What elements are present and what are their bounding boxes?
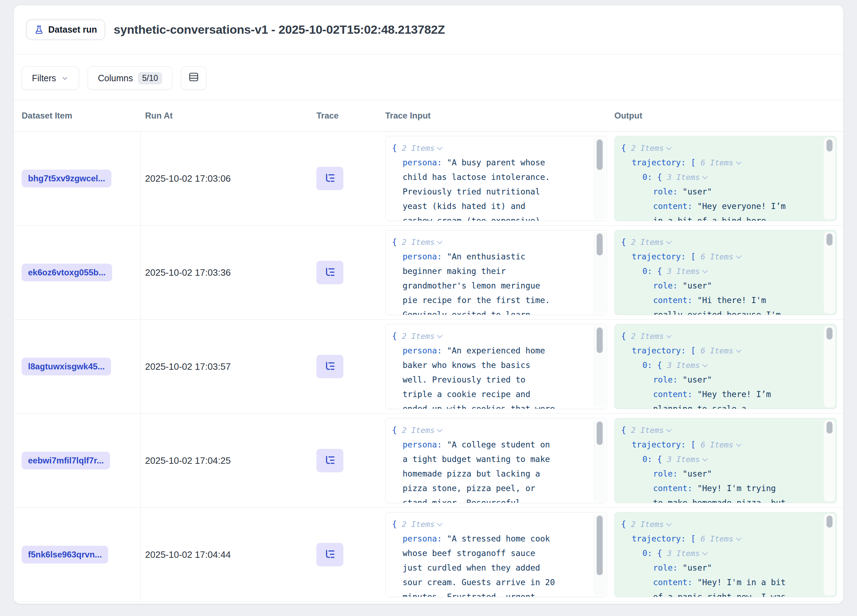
json-value: stand mixer. Resourceful [402,498,520,503]
trace-input-json-viewer[interactable]: { 2 Itemspersona: "A stressed home cookw… [385,512,607,597]
json-punctuation: { [392,426,402,435]
scrollbar-thumb[interactable] [826,515,832,528]
scrollbar-thumb[interactable] [597,421,603,445]
dataset-item-badge[interactable]: eebwi7mfil7lqlf7r... [22,452,110,469]
columns-button[interactable]: Columns 5/10 [88,67,172,90]
dataset-item-badge[interactable]: f5nk6lse963qrvn... [22,546,108,563]
json-collapse-chevron-icon[interactable] [736,536,741,541]
trace-input-json-viewer[interactable]: { 2 Itemspersona: "A busy parent whosech… [385,136,607,221]
json-items-toggle[interactable]: 3 Items [667,361,700,370]
json-collapse-chevron-icon[interactable] [702,550,708,556]
trace-input-json-viewer[interactable]: { 2 Itemspersona: "An enthusiasticbeginn… [385,230,607,315]
json-collapse-chevron-icon[interactable] [666,521,672,526]
json-items-toggle[interactable]: 6 Items [701,252,733,261]
json-punctuation: [ [691,158,701,167]
output-json-viewer[interactable]: { 2 Itemstrajectory: [ 6 Items0: { 3 Ite… [614,512,837,597]
output-json-viewer[interactable]: { 2 Itemstrajectory: [ 6 Items0: { 3 Ite… [614,418,837,503]
dataset-item-badge[interactable]: bhg7t5xv9zgwcel... [22,170,111,187]
rows-icon [188,71,200,85]
json-items-toggle[interactable]: 2 Items [402,332,435,341]
json-items-toggle[interactable]: 6 Items [701,534,733,543]
json-items-toggle[interactable]: 6 Items [701,158,733,167]
json-punctuation: { [621,520,631,529]
dataset-item-badge[interactable]: l8agtuwxisgwk45... [22,358,111,375]
json-items-toggle[interactable]: 2 Items [402,144,435,153]
json-collapse-chevron-icon[interactable] [437,145,443,150]
filters-button[interactable]: Filters [22,67,79,90]
json-value: "Hi there! I'm [698,296,766,305]
json-collapse-chevron-icon[interactable] [702,362,708,368]
json-key: trajectory [632,346,681,355]
scrollbar-thumb[interactable] [826,139,832,152]
json-items-toggle[interactable]: 3 Items [667,267,700,276]
json-items-toggle[interactable]: 3 Items [667,549,700,558]
json-items-toggle[interactable]: 6 Items [701,440,733,449]
json-value: beginner making their [402,266,506,276]
json-collapse-chevron-icon[interactable] [437,239,443,245]
json-items-toggle[interactable]: 2 Items [631,520,664,529]
row-height-button[interactable] [181,67,206,90]
json-collapse-chevron-icon[interactable] [702,456,708,462]
json-collapse-chevron-icon[interactable] [437,521,443,526]
json-key: persona [402,158,437,167]
scrollbar-thumb[interactable] [597,139,603,170]
json-punctuation: : [437,346,447,355]
json-items-toggle[interactable]: 2 Items [631,144,664,153]
list-tree-icon [324,361,336,373]
trace-input-json-viewer[interactable]: { 2 Itemspersona: "A college student ona… [385,418,607,503]
trace-button[interactable] [316,167,343,190]
columns-button-label: Columns [98,73,133,84]
output-json-viewer[interactable]: { 2 Itemstrajectory: [ 6 Items0: { 3 Ite… [614,230,837,315]
json-lines: { 2 Itemstrajectory: [ 6 Items0: { 3 Ite… [615,418,837,503]
json-items-toggle[interactable]: 6 Items [701,346,733,355]
json-value: "user" [682,563,712,573]
json-items-toggle[interactable]: 2 Items [402,426,435,435]
table-row: bhg7t5xv9zgwcel...2025-10-02 17:03:06{ 2… [14,132,843,226]
json-collapse-chevron-icon[interactable] [736,159,741,165]
json-collapse-chevron-icon[interactable] [736,441,741,447]
json-items-toggle[interactable]: 2 Items [402,520,435,529]
json-value: a tight budget wanting to make [402,455,550,464]
trace-button[interactable] [316,261,343,284]
scrollbar-thumb[interactable] [826,421,832,433]
json-punctuation: : [437,440,447,449]
json-collapse-chevron-icon[interactable] [437,333,443,339]
json-value: "user" [682,281,712,290]
json-items-toggle[interactable]: 3 Items [667,173,700,182]
dataset-item-badge[interactable]: ek6oz6vtoxg055b... [22,264,112,282]
json-collapse-chevron-icon[interactable] [736,347,741,353]
json-punctuation: : [673,375,682,384]
json-items-toggle[interactable]: 2 Items [631,426,664,435]
scrollbar-thumb[interactable] [597,328,603,353]
output-json-viewer[interactable]: { 2 Itemstrajectory: [ 6 Items0: { 3 Ite… [614,324,837,409]
trace-button[interactable] [316,543,343,566]
dataset-run-badge: Dataset run [26,20,105,39]
table-row: f5nk6lse963qrvn...2025-10-02 17:04:44{ 2… [14,508,843,602]
json-value: sour cream. Guests arrive in 20 [402,578,555,587]
json-collapse-chevron-icon[interactable] [666,333,672,339]
json-collapse-chevron-icon[interactable] [702,174,708,180]
trace-input-json-viewer[interactable]: { 2 Itemspersona: "An experienced homeba… [385,324,607,409]
json-items-toggle[interactable]: 2 Items [402,238,435,247]
json-items-toggle[interactable]: 2 Items [631,238,664,247]
flask-icon [34,25,44,35]
trace-button[interactable] [316,355,343,378]
run-at-timestamp: 2025-10-02 17:04:44 [145,549,230,560]
json-collapse-chevron-icon[interactable] [437,427,443,433]
json-collapse-chevron-icon[interactable] [736,253,741,259]
scrollbar-thumb[interactable] [597,234,603,255]
output-json-viewer[interactable]: { 2 Itemstrajectory: [ 6 Items0: { 3 Ite… [614,136,837,221]
scrollbar-thumb[interactable] [597,515,603,575]
json-items-toggle[interactable]: 3 Items [667,455,700,464]
scrollbar-thumb[interactable] [826,234,832,246]
json-key: content [653,578,687,587]
scrollbar-thumb[interactable] [826,328,832,340]
list-tree-icon [324,172,336,185]
json-collapse-chevron-icon[interactable] [666,427,672,433]
json-items-toggle[interactable]: 2 Items [631,332,664,341]
json-collapse-chevron-icon[interactable] [666,239,672,245]
json-collapse-chevron-icon[interactable] [702,268,708,274]
json-collapse-chevron-icon[interactable] [666,145,672,150]
json-value: "Hey! I'm trying [698,484,776,493]
trace-button[interactable] [316,449,343,472]
